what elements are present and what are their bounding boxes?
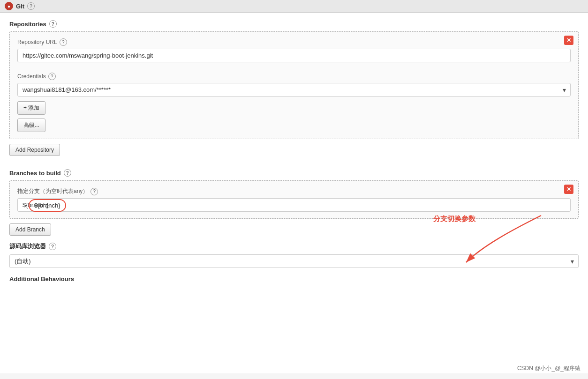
watermark: CSDN @小小_@_程序猿 (517, 364, 580, 372)
git-label: Git (16, 3, 24, 10)
main-content: Repositories ? ✕ Repository URL ? Creden… (0, 13, 588, 373)
branch-close-btn[interactable]: ✕ (564, 185, 573, 194)
repo-url-label: Repository URL ? (17, 38, 571, 46)
add-credentials-btn[interactable]: + 添加 (17, 101, 45, 115)
git-icon: ● (5, 2, 13, 10)
credentials-help-icon[interactable]: ? (48, 73, 56, 80)
add-branch-btn[interactable]: Add Branch (9, 223, 51, 236)
source-browser-select-wrapper: (自动) (9, 254, 579, 268)
advanced-btn[interactable]: 高级... (17, 119, 45, 132)
credentials-label: Credentials ? (17, 73, 571, 80)
source-browser-label: 源码库浏览器 ? (9, 242, 579, 251)
source-browser-help-icon[interactable]: ? (49, 243, 56, 250)
credentials-select-wrapper: wangshuai8181@163.com/****** (17, 83, 571, 97)
branches-help-icon[interactable]: ? (64, 169, 71, 177)
advanced-row: 高级... (17, 119, 571, 132)
source-browser-select[interactable]: (自动) (9, 254, 579, 268)
source-browser-section: 源码库浏览器 ? (自动) (9, 242, 579, 268)
repo-url-help-icon[interactable]: ? (60, 38, 67, 46)
git-help-icon[interactable]: ? (27, 2, 35, 10)
add-branch-btn-wrapper: Add Branch (9, 223, 579, 236)
credentials-row: Credentials ? wangshuai8181@163.com/****… (17, 73, 571, 97)
branch-input-wrapper (17, 198, 571, 212)
repo-url-input[interactable] (17, 49, 571, 62)
repositories-section-label: Repositories ? (9, 20, 579, 28)
additional-behaviours-section: Additional Behaviours (9, 275, 579, 282)
repositories-help-icon[interactable]: ? (49, 20, 57, 28)
add-credentials-row: + 添加 (17, 101, 571, 115)
repository-close-btn[interactable]: ✕ (564, 36, 573, 45)
top-bar: ● Git ? (0, 0, 588, 13)
branch-field-help-icon[interactable]: ? (90, 188, 98, 195)
credentials-select[interactable]: wangshuai8181@163.com/****** (17, 83, 571, 97)
branch-box: ✕ 指定分支（为空时代表any） ? ${branch} (9, 180, 579, 219)
add-repository-btn-wrapper: Add Repository (9, 144, 579, 163)
branches-section-label: Branches to build ? (9, 169, 579, 177)
add-repository-btn[interactable]: Add Repository (9, 144, 60, 156)
branch-input[interactable] (17, 198, 571, 212)
branch-field-label: 指定分支（为空时代表any） ? (17, 187, 571, 195)
repository-box: ✕ Repository URL ? Credentials ? wangshu… (9, 31, 579, 139)
additional-behaviours-label: Additional Behaviours (9, 275, 579, 282)
